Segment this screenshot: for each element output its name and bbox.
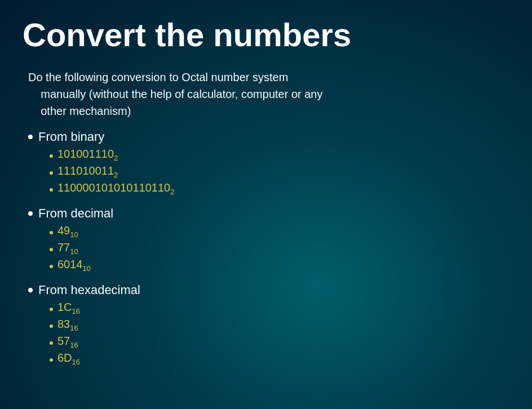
section-binary-label: From binary <box>38 130 104 144</box>
hexadecimal-items: 1C16 8316 5716 6D16 <box>50 301 509 366</box>
sub-bullet <box>50 341 53 345</box>
slide: Convert the numbers Do the following con… <box>0 0 532 409</box>
decimal-value-2: 7710 <box>57 241 78 256</box>
sub-bullet <box>50 171 53 175</box>
section-hexadecimal-header: From hexadecimal <box>28 283 509 297</box>
list-item: 1C16 <box>50 301 509 315</box>
hex-value-1: 1C16 <box>57 301 80 315</box>
hex-value-4: 6D16 <box>57 352 80 366</box>
list-item: 6D16 <box>50 352 509 366</box>
binary-value-1: 1010011102 <box>57 148 118 162</box>
sub-bullet <box>50 324 53 328</box>
sub-bullet <box>50 248 53 251</box>
bullet-decimal <box>28 211 33 216</box>
section-decimal-label: From decimal <box>38 206 113 221</box>
slide-title: Convert the numbers <box>23 17 509 53</box>
list-item: 8316 <box>50 318 509 332</box>
sub-bullet <box>50 188 53 192</box>
decimal-value-3: 601410 <box>57 258 91 273</box>
hex-value-2: 8316 <box>57 318 78 332</box>
decimal-value-1: 4910 <box>57 224 78 239</box>
section-binary-header: From binary <box>28 130 509 144</box>
sub-bullet <box>50 154 53 158</box>
binary-value-3: 1100001010101101102 <box>57 181 174 196</box>
decimal-items: 4910 7710 601410 <box>50 224 509 273</box>
section-binary: From binary 1010011102 1110100112 110000… <box>28 130 509 196</box>
list-item: 1110100112 <box>50 165 509 179</box>
bullet-binary <box>28 135 33 139</box>
hex-value-3: 5716 <box>57 335 78 349</box>
list-item: 4910 <box>50 224 509 239</box>
section-decimal: From decimal 4910 7710 601410 <box>28 206 509 273</box>
sub-bullet <box>50 308 53 311</box>
section-decimal-header: From decimal <box>28 206 509 221</box>
slide-subtitle: Do the following conversion to Octal num… <box>28 69 509 119</box>
binary-value-2: 1110100112 <box>57 165 118 179</box>
subtitle-line-1: Do the following conversion to Octal num… <box>28 71 288 83</box>
list-item: 5716 <box>50 335 509 349</box>
subtitle-line-2: manually (without the help of calculator… <box>28 88 323 100</box>
sub-bullet <box>50 265 53 268</box>
section-list: From binary 1010011102 1110100112 110000… <box>28 130 509 366</box>
list-item: 1010011102 <box>50 148 509 162</box>
binary-items: 1010011102 1110100112 110000101010110110… <box>50 148 509 196</box>
list-item: 7710 <box>50 241 509 256</box>
subtitle-line-3: other mechanism) <box>28 105 131 117</box>
sub-bullet <box>50 231 53 234</box>
bullet-hexadecimal <box>28 288 33 292</box>
section-hexadecimal: From hexadecimal 1C16 8316 5716 6D16 <box>28 283 509 366</box>
sub-bullet <box>50 358 53 362</box>
section-hexadecimal-label: From hexadecimal <box>38 283 140 297</box>
list-item: 601410 <box>50 258 509 273</box>
list-item: 1100001010101101102 <box>50 181 509 196</box>
